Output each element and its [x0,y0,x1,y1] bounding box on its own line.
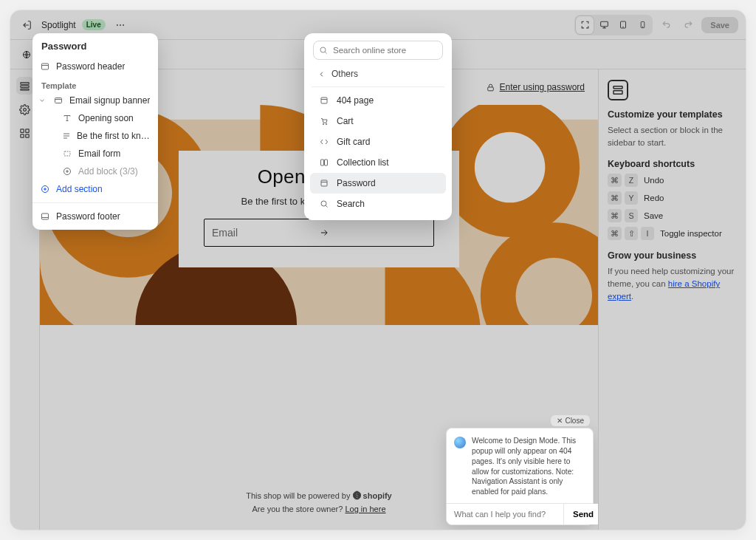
svg-rect-12 [21,89,29,90]
plus-circle-icon [62,167,72,176]
paragraph-icon [62,131,71,140]
fullscreen-icon[interactable] [576,16,594,34]
arrow-right-icon[interactable] [319,228,426,238]
collection-icon [319,158,329,167]
svg-point-1 [120,24,121,26]
add-section[interactable]: Add section [32,180,158,198]
live-badge: Live [82,19,106,30]
save-button: Save [701,17,738,33]
svg-rect-37 [321,98,327,103]
svg-rect-3 [600,21,608,27]
popover-option-password[interactable]: Password [310,173,446,194]
text-icon [62,114,72,123]
rail-sections-icon[interactable] [16,77,34,95]
svg-rect-15 [26,129,29,131]
login-link[interactable]: Log in here [345,505,385,513]
shortcuts-title: Keyboard shortcuts [608,159,737,169]
svg-rect-41 [325,160,328,165]
popover-option-search[interactable]: Search [310,194,446,214]
close-icon: ✕ [557,417,563,425]
svg-point-5 [623,27,624,27]
design-mode-popup: ✕ Close Welcome to Design Mode. This pop… [446,428,594,525]
rail-settings-icon[interactable] [16,100,34,118]
add-block: Add block (3/3) [32,163,158,180]
popover-option-gift[interactable]: Gift card [310,131,446,152]
svg-rect-18 [487,86,493,90]
redo-icon[interactable] [679,16,697,34]
tablet-icon[interactable] [614,16,632,34]
rail-apps-icon[interactable] [16,124,34,142]
svg-rect-32 [64,151,70,156]
search-icon [319,46,328,55]
svg-point-0 [117,24,118,26]
header-icon [40,62,50,71]
desktop-icon[interactable] [595,16,613,34]
popover-option-collection[interactable]: Collection list [310,152,446,173]
svg-point-36 [320,47,326,52]
svg-point-43 [321,201,326,206]
svg-rect-42 [321,180,327,186]
svg-rect-17 [26,134,29,137]
chevron-left-icon [317,70,326,78]
chevron-down-icon [37,97,47,104]
send-button[interactable]: Send [563,504,598,524]
block-subtext[interactable]: Be the first to know when we l… [32,127,158,145]
svg-rect-40 [321,160,324,165]
svg-rect-30 [42,64,49,69]
grow-title: Grow your business [608,250,737,261]
sections-panel: Password Password header Template Email … [32,33,158,230]
footer-icon [40,212,50,221]
block-email-form[interactable]: Email form [32,145,158,163]
shortcut-inspector: ⌘⇧IToggle inspector [608,227,737,240]
cart-icon [319,117,329,126]
design-mode-text: Welcome to Design Mode. This popup will … [472,436,585,497]
svg-rect-10 [21,82,29,84]
popover-back[interactable]: Others [310,64,446,83]
store-name: Spotlight [41,20,76,30]
mobile-icon[interactable] [633,16,651,34]
template-popover: Others 404 page Cart Gift card Collectio… [304,33,452,220]
section-password-header[interactable]: Password header [32,58,158,75]
undo-icon[interactable] [657,16,675,34]
customize-title: Customize your templates [608,109,737,120]
popover-search-input[interactable] [313,41,443,60]
template-group-label: Template [32,75,158,92]
search-icon [319,199,329,208]
section-email-banner[interactable]: Email signup banner [32,92,158,109]
section-password-footer[interactable]: Password footer [32,208,158,225]
assistant-input[interactable] [447,504,563,524]
svg-point-38 [323,123,324,125]
svg-point-24 [475,132,545,202]
svg-rect-28 [614,86,622,89]
page-icon [319,179,329,188]
shortcut-undo: ⌘ZUndo [608,174,737,187]
right-panel: Customize your templates Select a sectio… [598,69,746,530]
popover-option-404[interactable]: 404 page [310,90,446,111]
viewport-switcher [574,15,653,35]
svg-rect-14 [21,129,24,131]
form-icon [62,149,72,158]
shortcut-redo: ⌘YRedo [608,191,737,205]
customize-text: Select a section or block in the sidebar… [608,124,737,148]
svg-rect-35 [42,213,49,219]
email-input[interactable]: Email [204,219,434,247]
svg-rect-11 [21,85,29,87]
svg-point-39 [326,123,327,125]
template-icon [608,80,628,100]
more-icon[interactable] [111,16,129,34]
globe-icon [22,50,31,59]
shortcut-save: ⌘SSave [608,209,737,222]
lock-icon [486,83,495,92]
plus-circle-icon [40,185,50,194]
grow-text: If you need help customizing your theme,… [608,265,737,302]
close-button[interactable]: ✕ Close [551,415,590,426]
enter-password-link[interactable]: Enter using password [486,82,585,92]
block-opening-soon[interactable]: Opening soon [32,109,158,127]
exit-icon[interactable] [18,16,35,34]
svg-rect-31 [55,98,62,103]
popover-option-cart[interactable]: Cart [310,111,446,131]
svg-rect-29 [614,91,622,95]
code-icon [319,137,329,146]
assistant-icon [454,437,466,448]
sections-title: Password [32,33,158,58]
